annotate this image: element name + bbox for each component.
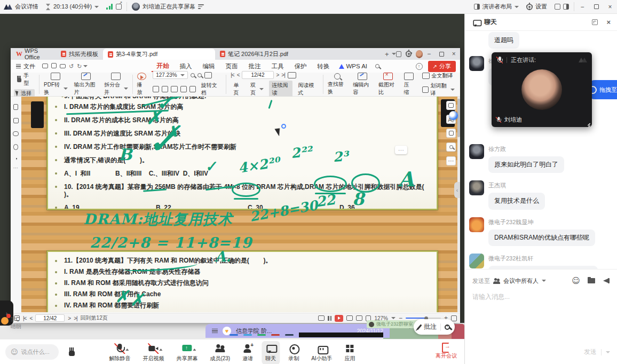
- doc-scrollbar-thumb[interactable]: [457, 99, 460, 137]
- wps-menu-tab[interactable]: 保护: [289, 61, 311, 72]
- chat-popout-icon[interactable]: [592, 19, 598, 25]
- document-canvas[interactable]: 9.下面是有关 DRAM 和 SRAM 存储器芯片的叙述: I. DRAM 芯片…: [21, 97, 460, 312]
- pause-icon[interactable]: [328, 316, 331, 321]
- meeting-toolbar-button[interactable]: 录制: [284, 341, 303, 364]
- quick-chat-input[interactable]: ☺ 说点什么...: [5, 344, 59, 360]
- full-width-icon[interactable]: [356, 315, 362, 321]
- fit-page-icon[interactable]: [204, 72, 212, 78]
- wps-menu-tab[interactable]: 批注: [243, 61, 265, 72]
- new-tab-button[interactable]: +: [385, 50, 389, 58]
- view-mode-icon[interactable]: [318, 315, 325, 321]
- wps-close-button[interactable]: ×: [448, 48, 460, 60]
- status-page-indicator[interactable]: 12/42: [35, 314, 65, 322]
- weather-widget[interactable]: 1°C晴朗: [1, 316, 21, 330]
- window-close-button[interactable]: ×: [603, 1, 617, 13]
- open-icon[interactable]: [41, 63, 50, 69]
- pdf-convert-button[interactable]: PDF转换: [41, 73, 71, 96]
- zoom-select[interactable]: 127.23%: [153, 71, 187, 79]
- panel-collapse-handle[interactable]: ‹: [454, 182, 460, 198]
- pageview-tool-icon[interactable]: [446, 101, 456, 110]
- fit-width-icon[interactable]: [153, 86, 159, 92]
- zoom-slider[interactable]: [406, 318, 441, 319]
- meeting-toolbar-button[interactable]: AI小助手: [307, 341, 336, 364]
- find-replace-button[interactable]: 查找替换: [325, 73, 350, 96]
- rotate-right-icon[interactable]: [189, 86, 196, 92]
- zoom-in-icon[interactable]: [197, 73, 202, 77]
- zoom-out-icon[interactable]: [191, 73, 195, 77]
- wps-doc-tab[interactable]: 笔记 2026年1月2日.pdf: [215, 48, 293, 60]
- book-view-icon[interactable]: [288, 72, 296, 78]
- autoplay-button[interactable]: [335, 315, 343, 322]
- zoom-annotate-icon[interactable]: [445, 325, 450, 330]
- status-last-page-icon[interactable]: >|: [74, 315, 77, 321]
- prev-page-icon[interactable]: <: [237, 72, 240, 78]
- more-tool-icon[interactable]: ⋯: [446, 156, 456, 165]
- status-prev-page-icon[interactable]: <: [29, 315, 32, 321]
- raise-hand-button[interactable]: [63, 344, 81, 360]
- more-tools-icon[interactable]: ⋯: [13, 165, 19, 171]
- play-button[interactable]: 播放: [133, 73, 149, 96]
- meeting-timer[interactable]: 20:13 (40分钟): [42, 3, 102, 11]
- back-to-page-button[interactable]: 回到第12页: [81, 314, 108, 322]
- compress-button[interactable]: 压缩: [401, 73, 417, 96]
- sidebar-toggle-icon[interactable]: [563, 4, 569, 10]
- tab-close-icon[interactable]: ×: [283, 51, 289, 57]
- continuous-read-button[interactable]: 连续阅读: [269, 81, 292, 98]
- wps-menu-tab[interactable]: 插入: [175, 61, 196, 72]
- window-minimize-button[interactable]: −: [575, 1, 589, 13]
- next-page-icon[interactable]: >: [276, 72, 279, 78]
- chat-message-input[interactable]: [472, 293, 606, 300]
- announcement-icon[interactable]: [603, 278, 610, 284]
- file-menu-button[interactable]: 文件: [11, 62, 41, 70]
- wps-ai-tab[interactable]: WPS AI: [334, 62, 372, 70]
- overlay-resize-handle[interactable]: [585, 120, 590, 125]
- wps-home-tab[interactable]: W WPS Office: [11, 48, 56, 60]
- network-signal-icon[interactable]: [106, 4, 113, 10]
- print-icon[interactable]: [58, 63, 67, 69]
- single-page-button[interactable]: 单页: [231, 81, 245, 98]
- wps-menu-tab[interactable]: 开始: [152, 61, 173, 72]
- meeting-toolbar-button[interactable]: 开启视频: [139, 341, 168, 364]
- meeting-toolbar-button[interactable]: 邀请: [239, 341, 257, 364]
- save-icon[interactable]: [50, 63, 58, 69]
- send-button[interactable]: 发送: [584, 347, 597, 357]
- meeting-detail-button[interactable]: 会议详情: [15, 3, 38, 11]
- translate-full-button[interactable]: 全文翻译: [420, 72, 457, 80]
- first-page-icon[interactable]: |<: [231, 72, 234, 78]
- rotate-left-icon[interactable]: [180, 86, 187, 92]
- open-external-icon[interactable]: [116, 4, 122, 10]
- cloud-upload-icon[interactable]: ↑: [416, 63, 423, 70]
- page-indicator[interactable]: 12/42: [242, 71, 273, 79]
- meeting-toolbar-button[interactable]: 共享屏幕: [172, 341, 201, 364]
- chat-close-icon[interactable]: ×: [606, 18, 611, 26]
- status-first-page-icon[interactable]: |<: [23, 315, 26, 321]
- send-options-icon[interactable]: [606, 351, 610, 353]
- layout-switch-button[interactable]: 演讲者布局: [470, 3, 523, 11]
- split-merge-button[interactable]: 拆分合并: [101, 73, 131, 96]
- fullscreen-icon[interactable]: [555, 4, 560, 10]
- search-icon[interactable]: [375, 64, 379, 68]
- wps-menu-tab[interactable]: 工具: [266, 61, 288, 72]
- meeting-toolbar-button[interactable]: 成员(23): [206, 341, 234, 364]
- edit-content-button[interactable]: 编辑内容: [350, 73, 375, 96]
- wps-minimize-button[interactable]: −: [423, 48, 435, 60]
- wps-restore-button[interactable]: [435, 48, 447, 60]
- undo-icon[interactable]: ↺: [67, 63, 75, 70]
- last-page-icon[interactable]: >|: [281, 72, 284, 78]
- meeting-toolbar-button[interactable]: 解除静音: [105, 341, 134, 364]
- fit-view-icon[interactable]: [346, 315, 353, 321]
- thumbnails-icon[interactable]: [13, 118, 19, 124]
- leave-meeting-button[interactable]: 离开会议: [436, 342, 457, 360]
- wps-menu-tab[interactable]: 转换: [312, 61, 334, 72]
- comments-icon[interactable]: [13, 131, 19, 137]
- assistant-badge-icon[interactable]: [449, 111, 458, 120]
- wps-layout-icon[interactable]: [396, 51, 401, 57]
- meeting-toolbar-button[interactable]: 聊天: [262, 341, 280, 364]
- wps-menu-tab[interactable]: 页面: [220, 61, 242, 72]
- attachment-icon[interactable]: [13, 144, 18, 151]
- window-maximize-button[interactable]: [589, 1, 603, 13]
- expand-icon[interactable]: [451, 315, 457, 321]
- double-page-button[interactable]: 双页: [248, 81, 266, 98]
- annotate-pill[interactable]: 批注: [414, 319, 455, 335]
- snapshot-tool-icon[interactable]: [446, 129, 456, 138]
